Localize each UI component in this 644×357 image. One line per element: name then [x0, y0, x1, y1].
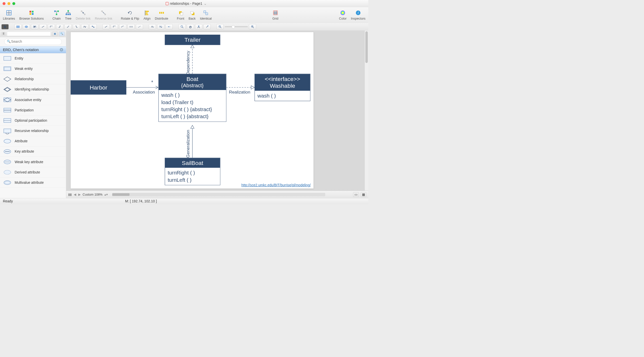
minimize-icon[interactable] [8, 2, 10, 5]
shape-item[interactable]: Identifying relationship [0, 84, 66, 95]
pointer-tool[interactable] [2, 24, 9, 29]
library-view-icon[interactable]: ☰ [2, 32, 6, 35]
tree-button[interactable]: Tree [65, 10, 71, 20]
front-button[interactable]: Front [177, 10, 184, 20]
close-panel-icon[interactable]: × [60, 48, 63, 52]
line-tool-2[interactable] [111, 24, 118, 29]
svg-rect-7 [54, 10, 56, 12]
search-input[interactable] [4, 38, 62, 45]
rect-tool[interactable] [14, 24, 22, 29]
zoom-stepper-icon[interactable]: ▴▾ [104, 193, 108, 196]
canvas-footer: ▮▮ ◀ ▶ Custom 108% ▴▾ ▭ ▦ [66, 191, 368, 198]
zoom-out-button[interactable] [216, 24, 224, 29]
shape-item[interactable]: Recursive relationship [0, 126, 66, 136]
multiplicity-label: * [151, 79, 153, 85]
edit-tool-3[interactable] [166, 24, 173, 29]
zoom-slider[interactable] [225, 26, 248, 27]
line-tool-5[interactable] [136, 24, 143, 29]
svg-rect-39 [206, 13, 208, 15]
svg-rect-80 [4, 56, 11, 60]
uml-class-sailboat[interactable]: SailBoat turnRight ( )turnLeft ( ) [165, 158, 220, 185]
eyedropper-tool[interactable] [204, 24, 211, 29]
chain-button[interactable]: Chain [52, 10, 61, 20]
line-tool-4[interactable] [128, 24, 135, 29]
line-tool-3[interactable] [119, 24, 127, 29]
svg-rect-4 [32, 11, 34, 13]
uml-class-trailer[interactable]: Trailer [165, 35, 220, 45]
svg-point-68 [181, 26, 183, 27]
text-tool[interactable] [31, 24, 38, 29]
shape-item[interactable]: Entity [0, 53, 66, 64]
next-page-icon[interactable]: ▶ [78, 193, 81, 196]
view-mode-1[interactable]: ▭ [353, 192, 359, 197]
color-button[interactable]: Color [339, 10, 347, 20]
svg-rect-40 [273, 11, 277, 15]
align-button[interactable]: Align [143, 10, 150, 20]
pause-icon[interactable]: ▮▮ [68, 193, 72, 196]
connector-6[interactable] [81, 24, 89, 29]
distribute-button[interactable]: Distribute [155, 10, 168, 20]
svg-rect-25 [104, 14, 106, 15]
shape-item[interactable]: Multivalue attribute [0, 177, 66, 188]
page-canvas[interactable]: Trailer Harbor Boat {Abstract} wash ( )l… [70, 32, 314, 189]
shape-item[interactable]: Derived attribute [0, 167, 66, 177]
delete-link-button: Delete link [76, 10, 91, 20]
panel-title[interactable]: ERD, Chen's notation × [0, 46, 66, 53]
prev-page-icon[interactable]: ◀ [74, 193, 76, 196]
chevron-down-icon[interactable]: ⌄ [204, 2, 207, 6]
uml-interface-washable[interactable]: <<interface>> Washable wash ( ) [255, 74, 310, 101]
edit-tool-1[interactable] [149, 24, 156, 29]
libraries-button[interactable]: Libraries [3, 10, 15, 20]
canvas-area: Trailer Harbor Boat {Abstract} wash ( )l… [66, 30, 368, 198]
pan-tool[interactable] [187, 24, 194, 29]
zoom-tool[interactable] [178, 24, 186, 29]
shape-item[interactable]: Associative entity [0, 95, 66, 105]
zoom-icon[interactable] [12, 2, 15, 5]
svg-rect-35 [180, 12, 183, 15]
uml-class-harbor[interactable]: Harbor [71, 80, 126, 95]
svg-rect-37 [191, 11, 193, 14]
canvas-scroll[interactable]: Trailer Harbor Boat {Abstract} wash ( )l… [68, 30, 365, 191]
mouse-position: M: [ 192.74, 102.10 ] [125, 199, 157, 203]
connector-3[interactable] [56, 24, 63, 29]
svg-rect-21 [84, 14, 86, 15]
svg-rect-56 [92, 26, 93, 27]
library-filter-input[interactable] [7, 32, 51, 36]
browse-solutions-button[interactable]: Browse Solutions [19, 10, 44, 20]
uml-class-boat[interactable]: Boat {Abstract} wash ( )load (Trailer t)… [158, 74, 226, 122]
connector-4[interactable] [64, 24, 72, 29]
person-tool[interactable] [195, 24, 203, 29]
identical-button[interactable]: Identical [200, 10, 212, 20]
shape-item[interactable]: Relationship [0, 74, 66, 84]
line-tool-1[interactable] [102, 24, 110, 29]
view-mode-2[interactable]: ▦ [361, 192, 366, 197]
back-button[interactable]: Back [189, 10, 196, 20]
shape-item[interactable]: Participation [0, 105, 66, 115]
zoom-in-button[interactable] [249, 24, 256, 29]
connector-5[interactable] [73, 24, 80, 29]
connector-1[interactable] [39, 24, 47, 29]
association-label: Association [133, 90, 155, 94]
connector-2[interactable] [48, 24, 55, 29]
shape-item[interactable]: Attribute [0, 136, 66, 146]
ellipse-tool[interactable] [23, 24, 30, 29]
main-toolbar: Libraries Browse Solutions Chain Tree De… [0, 7, 368, 23]
grid-button[interactable]: Grid [272, 10, 278, 20]
rotate-flip-button[interactable]: Rotate & Flip [121, 10, 139, 20]
shape-item[interactable]: Weak key attribute [0, 157, 66, 167]
close-icon[interactable] [3, 2, 5, 5]
shape-item[interactable]: Optional participation [0, 115, 66, 126]
inspectors-button[interactable]: iInspectors [351, 10, 366, 20]
horizontal-scrollbar[interactable] [112, 193, 325, 196]
vertical-scrollbar[interactable] [365, 30, 368, 191]
zoom-level[interactable]: Custom 108% [83, 193, 102, 196]
connector-7[interactable] [90, 24, 97, 29]
search-toggle[interactable]: 🔍 [59, 32, 65, 36]
grid-view-toggle[interactable]: ▦ [52, 32, 58, 36]
shape-item[interactable]: Weak entity [0, 64, 66, 74]
window-title: relationships - Page1 [170, 2, 202, 6]
source-link[interactable]: http://sce2.umkc.edu/BIT/burrise/pl/mode… [241, 183, 310, 187]
shape-item[interactable]: Key attribute [0, 146, 66, 157]
edit-tool-2[interactable] [157, 24, 165, 29]
svg-marker-48 [4, 26, 6, 28]
